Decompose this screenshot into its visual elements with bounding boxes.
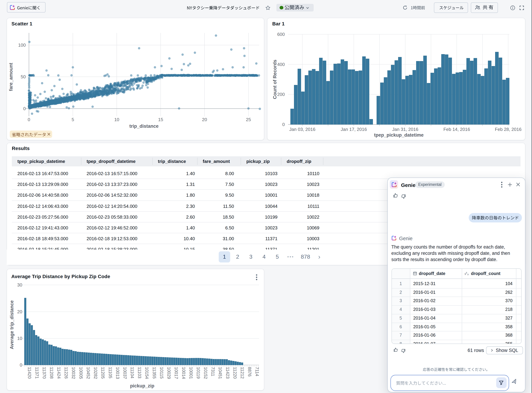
- svg-text:0: 0: [282, 122, 285, 127]
- svg-text:0: 0: [23, 106, 26, 111]
- svg-text:11220: 11220: [233, 367, 238, 379]
- svg-text:10013: 10013: [115, 367, 120, 379]
- svg-text:10014: 10014: [181, 367, 186, 379]
- svg-text:8876: 8876: [247, 367, 252, 377]
- svg-text:tpep_pickup_datetime: tpep_pickup_datetime: [374, 132, 423, 138]
- svg-text:1: 1: [464, 272, 466, 275]
- svg-text:11104: 11104: [130, 367, 135, 378]
- svg-text:pickup_zip: pickup_zip: [130, 383, 154, 388]
- svg-text:fare_amount: fare_amount: [8, 63, 14, 91]
- svg-text:20: 20: [202, 117, 207, 122]
- svg-text:10451: 10451: [218, 367, 223, 379]
- svg-text:11208: 11208: [49, 367, 54, 379]
- svg-text:Jan 17, 2016: Jan 17, 2016: [340, 127, 367, 132]
- svg-text:11212: 11212: [240, 367, 245, 379]
- svg-text:Jan 31, 2016: Jan 31, 2016: [392, 127, 418, 132]
- svg-text:400: 400: [277, 62, 285, 67]
- svg-text:5: 5: [72, 117, 74, 122]
- svg-text:600: 600: [277, 31, 285, 37]
- svg-text:10001: 10001: [189, 367, 193, 379]
- svg-text:100: 100: [18, 42, 26, 48]
- svg-text:11103: 11103: [137, 367, 142, 378]
- svg-text:0: 0: [20, 362, 22, 368]
- svg-text:10282: 10282: [93, 367, 98, 379]
- svg-text:10152: 10152: [203, 367, 208, 379]
- svg-text:200: 200: [277, 92, 285, 97]
- svg-text:30: 30: [17, 282, 22, 288]
- svg-text:50: 50: [21, 74, 26, 79]
- svg-text:10154: 10154: [144, 367, 149, 379]
- svg-text:11355: 11355: [152, 367, 157, 379]
- svg-text:Jan 03, 2016: Jan 03, 2016: [289, 127, 315, 132]
- svg-text:10: 10: [17, 336, 22, 341]
- svg-text:Feb 28, 2016: Feb 28, 2016: [495, 127, 521, 132]
- svg-text:20: 20: [17, 309, 22, 314]
- svg-text:Average trip_distance: Average trip_distance: [9, 300, 14, 349]
- svg-text:11205: 11205: [101, 367, 105, 379]
- svg-text:11105: 11105: [108, 367, 113, 378]
- svg-text:Feb 14, 2016: Feb 14, 2016: [443, 127, 470, 132]
- svg-text:10115: 10115: [159, 367, 164, 379]
- svg-text:11370: 11370: [42, 367, 47, 379]
- svg-text:10: 10: [114, 117, 119, 122]
- svg-text:10017: 10017: [174, 367, 179, 379]
- svg-text:11420: 11420: [27, 367, 32, 379]
- svg-text:10029: 10029: [167, 367, 171, 379]
- svg-text:0: 0: [28, 117, 30, 122]
- svg-text:15: 15: [158, 117, 163, 122]
- svg-text:11226: 11226: [64, 367, 69, 379]
- svg-text:7311: 7311: [211, 367, 216, 376]
- svg-text:10037: 10037: [123, 367, 127, 379]
- svg-text:25: 25: [246, 117, 251, 122]
- svg-text:3: 3: [467, 273, 468, 275]
- svg-text:10119: 10119: [196, 367, 201, 379]
- svg-text:trip_distance: trip_distance: [129, 123, 158, 129]
- svg-text:10032: 10032: [71, 367, 76, 379]
- svg-text:10005: 10005: [79, 367, 83, 379]
- svg-text:Count of Records: Count of Records: [272, 59, 277, 99]
- svg-text:11423: 11423: [225, 367, 230, 379]
- svg-text:7114: 7114: [255, 367, 259, 376]
- svg-text:11424: 11424: [57, 367, 61, 379]
- svg-text:2: 2: [466, 271, 467, 274]
- svg-text:10452: 10452: [86, 367, 91, 379]
- svg-text:11371: 11371: [35, 367, 39, 379]
